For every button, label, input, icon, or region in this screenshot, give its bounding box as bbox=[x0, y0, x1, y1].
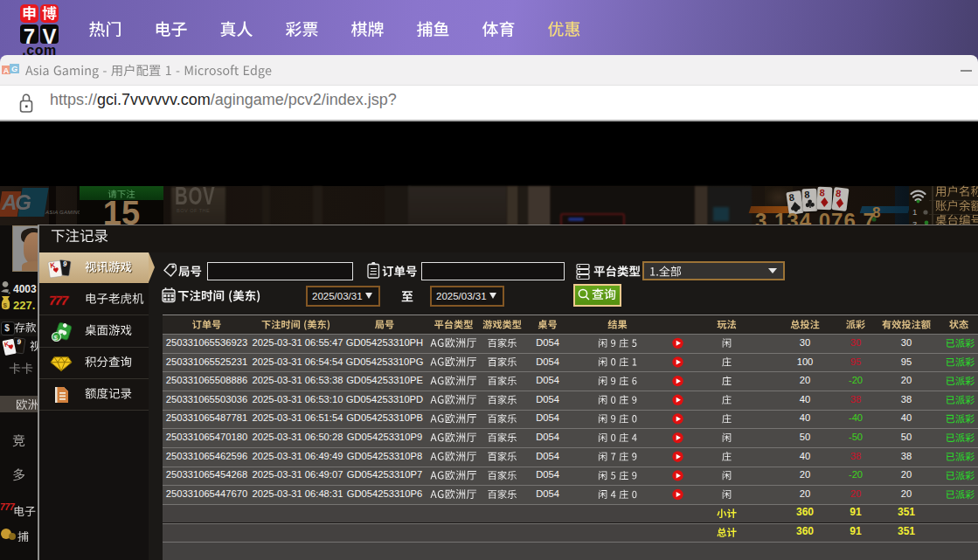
svg-text:K: K bbox=[3, 340, 10, 349]
svg-text:8: 8 bbox=[820, 187, 826, 197]
svg-text:8: 8 bbox=[788, 192, 795, 204]
svg-text:8: 8 bbox=[804, 190, 810, 200]
svg-text:K: K bbox=[50, 261, 56, 270]
svg-text:777: 777 bbox=[49, 293, 69, 308]
svg-text:9: 9 bbox=[63, 259, 68, 268]
svg-text:8: 8 bbox=[836, 188, 843, 199]
svg-text:$: $ bbox=[3, 301, 8, 309]
svg-text:9: 9 bbox=[17, 338, 22, 347]
svg-text:$: $ bbox=[54, 334, 59, 342]
svg-text:*: * bbox=[8, 290, 10, 298]
